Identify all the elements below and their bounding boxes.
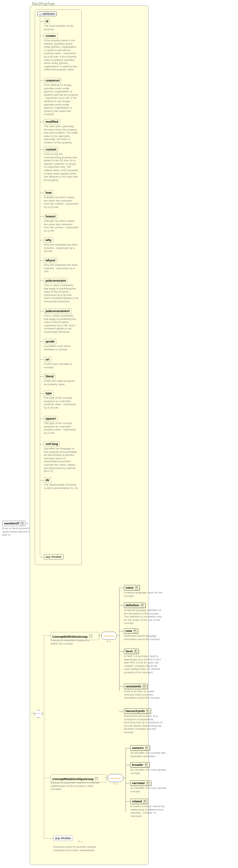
line	[98, 635, 101, 636]
elem-facet-desc: In NAR 1.8 and later, facet is deprecate…	[124, 655, 163, 674]
attr-type-desc: The type of the concept assigned as cont…	[44, 396, 78, 409]
expand-icon[interactable]: +	[134, 650, 137, 653]
hatch	[40, 311, 44, 311]
elem-remoteinfo[interactable]: remoteInfo+	[124, 684, 148, 689]
attributes-tab[interactable]: ▭attributes	[37, 11, 57, 16]
rel-children-spine	[126, 748, 126, 812]
elem-definition[interactable]: definition+	[124, 603, 146, 608]
collapse-icon[interactable]: ▭	[39, 13, 42, 16]
expand-icon[interactable]: +	[143, 800, 147, 803]
expand-icon[interactable]: +	[143, 685, 146, 688]
attr-how[interactable]: how	[44, 190, 53, 195]
expand-icon[interactable]: +	[146, 710, 149, 713]
hatch	[40, 149, 44, 150]
line	[119, 605, 124, 606]
choice-connector: 0..∞	[108, 774, 123, 782]
hatch	[40, 376, 44, 377]
hatch	[40, 480, 44, 480]
attr-whyuri-desc: Why the metadata has been included - exp…	[44, 263, 78, 273]
def-children-spine	[119, 588, 120, 691]
attr-id[interactable]: id	[44, 19, 50, 24]
hatch	[40, 122, 44, 122]
attr-spine	[40, 18, 40, 556]
attr-why[interactable]: why	[44, 237, 53, 243]
attr-any-other[interactable]: any ##other	[44, 554, 63, 560]
elem-note[interactable]: note+	[124, 628, 138, 634]
group-label: ConceptDefinitionGroup	[52, 635, 88, 638]
elem-related-desc: A related concept, where the relationshi…	[130, 805, 167, 818]
expand-icon[interactable]: +	[147, 782, 150, 785]
elem-broader[interactable]: broader+	[130, 762, 150, 768]
line	[123, 778, 126, 778]
elem-facet[interactable]: facet+	[124, 649, 139, 654]
memberof-label: memberOf	[4, 522, 19, 525]
hatch	[40, 281, 44, 281]
occurs: 0..∞	[78, 840, 83, 843]
expand-icon[interactable]: +	[21, 522, 24, 525]
attr-modified[interactable]: modified	[44, 119, 60, 124]
attr-creator[interactable]: creator	[44, 33, 58, 39]
expand-icon[interactable]: −	[89, 635, 92, 638]
expand-icon[interactable]: +	[133, 630, 136, 633]
attr-pubconstraint[interactable]: pubconstraint	[44, 278, 68, 283]
line	[126, 801, 130, 802]
hatch	[40, 21, 44, 22]
line	[105, 778, 108, 778]
line	[119, 651, 124, 652]
group-def-desc: A group of properties required to define…	[51, 639, 97, 645]
line	[126, 765, 130, 765]
elem-definition-desc: A natural language definition of the sem…	[124, 609, 163, 625]
attr-literal[interactable]: literal	[44, 374, 55, 379]
hatch	[40, 80, 44, 81]
attr-how-desc: Indicates by which means the value was e…	[44, 196, 78, 209]
branch-spine	[44, 635, 44, 838]
elem-sameas[interactable]: sameAs+	[130, 745, 150, 751]
elem-name[interactable]: name+	[124, 585, 140, 590]
hatch	[40, 557, 44, 557]
expand-icon[interactable]: +	[141, 604, 144, 607]
elem-narrower[interactable]: narrower+	[130, 780, 151, 786]
attr-creatoruri-desc: If the attribute is empty, specifies whi…	[44, 84, 78, 116]
attr-pubconstraint-desc: One or many constraints that apply to pu…	[44, 284, 78, 303]
elem-related[interactable]: related+	[130, 799, 148, 804]
attr-pubconstrainturi[interactable]: pubconstrainturi	[44, 308, 72, 314]
attr-modified-desc: The date (and, optionally, the time) whe…	[44, 125, 78, 144]
attr-typeuri[interactable]: typeuri	[44, 416, 57, 421]
attr-qcode[interactable]: qcode	[44, 339, 56, 344]
attr-dir[interactable]: dir	[44, 477, 51, 483]
attr-uri-desc: A URI which identifies a concept.	[44, 362, 78, 369]
attr-howuri-desc: Indicates by which means the value was e…	[44, 219, 78, 232]
hatch	[40, 393, 44, 394]
attr-whyuri[interactable]: whyuri	[44, 258, 57, 263]
attr-xmllang-desc: Specifies the language of this property …	[44, 447, 78, 473]
ext-any-desc: Extension point for provider-defined pro…	[53, 845, 97, 852]
attr-type[interactable]: type	[44, 391, 54, 396]
elem-name-desc: A natural language name for the concept.	[124, 591, 163, 597]
expand-icon[interactable]: +	[145, 747, 148, 750]
elem-broader-desc: An identifier of a more generic concept.	[130, 768, 167, 775]
attr-uri[interactable]: uri	[44, 357, 51, 362]
attr-custom[interactable]: custom	[44, 147, 58, 152]
attr-qcode-desc: A qualified code which identifies a conc…	[44, 345, 78, 351]
elem-hierarchyinfo[interactable]: hierarchyInfo+	[124, 708, 151, 714]
hatch	[40, 193, 44, 193]
line	[119, 631, 124, 631]
occurs: 0..∞	[102, 640, 116, 642]
expand-icon[interactable]: −	[95, 777, 98, 780]
hatch	[40, 359, 44, 360]
attr-creator-desc: If the property value is not defined, sp…	[44, 39, 78, 71]
expand-icon[interactable]: +	[145, 764, 148, 767]
attr-typeuri-desc: The type of the concept assigned as cont…	[44, 422, 78, 435]
expand-icon[interactable]: +	[135, 586, 138, 589]
line	[119, 686, 124, 687]
root-line	[31, 713, 35, 714]
attr-xmllang[interactable]: xml:lang	[44, 441, 60, 447]
attr-creatoruri[interactable]: creatoruri	[44, 78, 61, 83]
attr-howuri[interactable]: howuri	[44, 214, 57, 219]
attributes-label: attributes	[43, 12, 55, 16]
line-to-defgroup	[44, 635, 51, 636]
attr-why-desc: Why the metadata has been included - exp…	[44, 243, 78, 253]
memberof-box[interactable]: memberOf+	[2, 521, 25, 526]
ext-any-other[interactable]: any ##other	[53, 836, 73, 841]
group-rel-desc: A group of properties required to indica…	[51, 781, 103, 791]
